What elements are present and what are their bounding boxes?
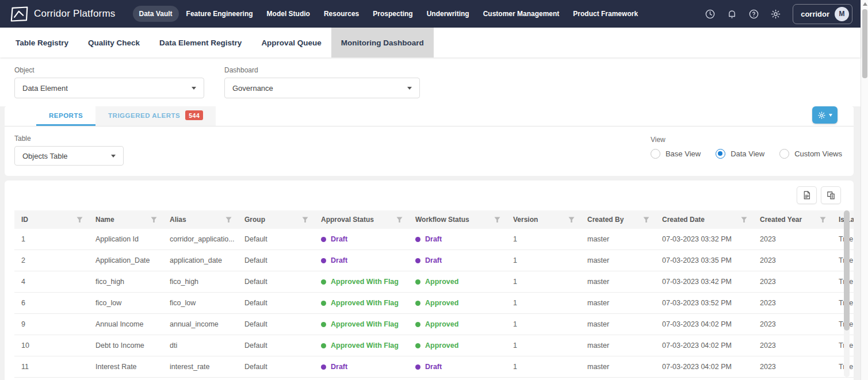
table-row[interactable]: 2 Application_Date application_date Defa… (14, 250, 854, 271)
cell-id: 11 (14, 356, 89, 377)
column-header-version[interactable]: Version (506, 210, 580, 229)
filter-funnel-icon[interactable] (225, 217, 232, 223)
column-header-created-by[interactable]: Created By (580, 210, 655, 229)
copy-columns-icon (826, 190, 836, 200)
table-row[interactable]: 4 fico_high fico_high Default Approved W… (14, 271, 854, 293)
cell-version: 1 (506, 293, 580, 313)
top-nav-item-resources[interactable]: Resources (318, 6, 365, 22)
table-row[interactable]: 1 Application Id corridor_applicatio... … (14, 229, 854, 250)
dashboard-select-value: Governance (232, 84, 273, 93)
top-nav-item-data-vault[interactable]: Data Vault (133, 6, 179, 22)
cell-version: 1 (506, 335, 580, 356)
column-header-is-latest[interactable]: Is Latest (832, 210, 854, 229)
cell-id: 10 (14, 335, 89, 356)
sub-nav-item-monitoring-dashboard[interactable]: Monitoring Dashboard (331, 28, 434, 57)
view-radio-data-view[interactable]: Data View (716, 149, 764, 159)
filter-funnel-icon[interactable] (643, 217, 649, 223)
bell-icon[interactable] (722, 5, 741, 23)
main-column: Corridor Platforms Data VaultFeature Eng… (0, 0, 861, 380)
filter-funnel-icon[interactable] (396, 217, 403, 223)
cell-alias: corridor_applicatio... (163, 229, 238, 250)
top-nav-item-feature-engineering[interactable]: Feature Engineering (180, 6, 259, 22)
object-field: Object Data Element (14, 66, 204, 98)
object-select-value: Data Element (22, 84, 68, 93)
column-header-group[interactable]: Group (238, 210, 314, 229)
cell-is-latest: True (832, 250, 854, 271)
data-grid: ID Name Alias Group Approval Status Work… (5, 210, 854, 378)
top-nav-item-product-framework[interactable]: Product Framework (567, 6, 644, 22)
cell-name: Application_Date (89, 250, 163, 271)
table-row[interactable]: 10 Debt to Income dti Default Approved W… (14, 335, 854, 356)
table-row[interactable]: 6 fico_low fico_low Default Approved Wit… (14, 293, 854, 314)
table-select-value: Objects Table (22, 152, 68, 160)
filter-funnel-icon[interactable] (568, 217, 575, 223)
top-nav-item-model-studio[interactable]: Model Studio (261, 6, 316, 22)
filter-funnel-icon[interactable] (302, 217, 308, 223)
view-radio-base-view[interactable]: Base View (651, 149, 701, 159)
export-file-icon (802, 190, 812, 200)
cell-workflow-status: Approved (408, 335, 506, 356)
object-select[interactable]: Data Element (14, 78, 204, 98)
user-menu[interactable]: corridor M (793, 4, 852, 24)
scroll-up-arrow-icon[interactable] (863, 2, 867, 6)
sub-nav-item-quality-check[interactable]: Quality Check (78, 28, 150, 57)
cell-created-date: 07-03-2023 04:02 PM (655, 314, 753, 335)
scrollbar-thumb[interactable] (844, 210, 850, 331)
column-header-created-year[interactable]: Created Year (753, 210, 832, 229)
user-name: corridor (801, 10, 829, 18)
column-header-id[interactable]: ID (14, 210, 89, 229)
help-icon[interactable] (744, 5, 763, 23)
filter-funnel-icon[interactable] (820, 217, 826, 223)
cell-alias: annual_income (163, 314, 238, 335)
cell-name: Application Id (89, 229, 163, 250)
filter-funnel-icon[interactable] (494, 217, 500, 223)
top-nav-item-prospecting[interactable]: Prospecting (366, 6, 419, 22)
column-header-workflow-status[interactable]: Workflow Status (408, 210, 506, 229)
cell-alias: application_date (163, 250, 238, 271)
page-scrollbar[interactable] (861, 0, 868, 380)
filter-funnel-icon[interactable] (151, 217, 157, 223)
cell-created-by: master (580, 335, 655, 356)
tabs-strip: REPORTS TRIGGERED ALERTS 544 (5, 106, 854, 126)
view-radio-custom-views[interactable]: Custom Views (779, 149, 842, 159)
column-header-approval-status[interactable]: Approval Status (314, 210, 408, 229)
export-file-button[interactable] (797, 186, 817, 204)
clock-icon[interactable] (701, 5, 719, 23)
cell-id: 1 (14, 229, 89, 250)
table-label: Table (14, 135, 124, 143)
cell-approval-status: Approved With Flag (314, 314, 408, 335)
chevron-down-icon (111, 155, 116, 158)
cell-approval-status: Approved With Flag (314, 293, 408, 313)
cell-is-latest: True (832, 229, 854, 250)
brand[interactable]: Corridor Platforms (10, 6, 116, 22)
cell-approval-status: Draft (314, 356, 408, 377)
table-row[interactable]: 9 Annual Income annual_income Default Ap… (14, 314, 854, 335)
copy-columns-button[interactable] (821, 186, 841, 204)
tab-triggered-alerts[interactable]: TRIGGERED ALERTS 544 (95, 106, 216, 126)
page-scrollbar-thumb[interactable] (862, 9, 867, 78)
filter-funnel-icon[interactable] (77, 217, 83, 223)
column-header-name[interactable]: Name (89, 210, 163, 229)
table-body: 1 Application Id corridor_applicatio... … (14, 229, 854, 378)
dashboard-select[interactable]: Governance (224, 78, 420, 98)
cell-created-year: 2023 (753, 250, 832, 271)
table-row[interactable]: 11 Interest Rate interest_rate Default D… (14, 356, 854, 378)
top-nav-item-underwriting[interactable]: Underwriting (420, 6, 476, 22)
column-header-alias[interactable]: Alias (163, 210, 238, 229)
table-select[interactable]: Objects Table (14, 146, 124, 166)
top-nav-list: Data VaultFeature EngineeringModel Studi… (133, 6, 645, 22)
sub-nav-item-table-registry[interactable]: Table Registry (6, 28, 78, 57)
cell-id: 9 (14, 314, 89, 335)
user-avatar: M (835, 7, 849, 21)
filter-funnel-icon[interactable] (741, 217, 747, 223)
tab-reports[interactable]: REPORTS (36, 106, 95, 126)
table-vertical-scrollbar[interactable] (844, 210, 850, 377)
top-nav-item-customer-management[interactable]: Customer Management (477, 6, 566, 22)
sub-nav-item-approval-queue[interactable]: Approval Queue (251, 28, 331, 57)
settings-gear-icon[interactable] (766, 5, 785, 23)
sub-nav-item-data-element-registry[interactable]: Data Element Registry (150, 28, 251, 57)
status-dot-icon (415, 322, 420, 327)
status-dot-icon (415, 237, 420, 242)
report-settings-button[interactable] (812, 106, 838, 124)
column-header-created-date[interactable]: Created Date (655, 210, 753, 229)
